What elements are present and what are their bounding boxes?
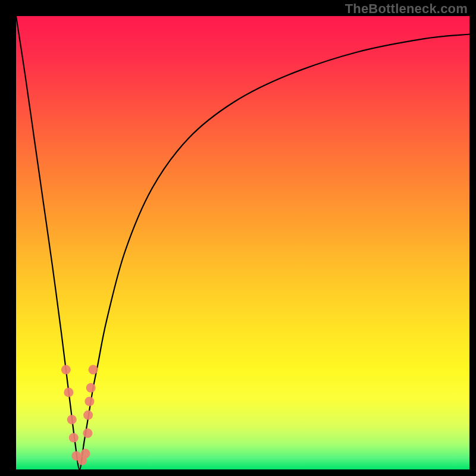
marker-point	[89, 365, 98, 374]
marker-point	[83, 428, 92, 438]
marker-point	[83, 411, 93, 420]
bottleneck-curve	[16, 16, 469, 469]
marker-point	[86, 383, 96, 393]
watermark-text: TheBottleneck.com	[345, 1, 468, 17]
image-frame: TheBottleneck.com	[0, 0, 476, 476]
marker-point	[84, 397, 94, 406]
marker-point	[67, 415, 77, 424]
marker-point	[81, 449, 90, 458]
curve-layer	[16, 16, 469, 469]
plot-area	[16, 16, 469, 469]
marker-point	[64, 387, 73, 397]
marker-point	[61, 365, 71, 374]
marker-point	[69, 433, 79, 443]
